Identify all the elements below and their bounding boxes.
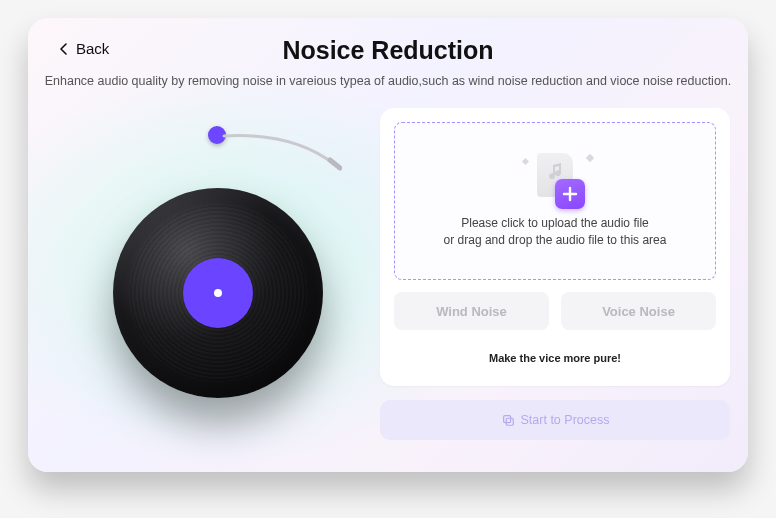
upload-dropzone[interactable]: Please click to upload the audio file or…	[394, 122, 716, 280]
wind-noise-button[interactable]: Wind Noise	[394, 292, 549, 330]
svg-rect-1	[506, 418, 513, 425]
vinyl-illustration	[98, 118, 358, 418]
dropzone-text: Please click to upload the audio file or…	[444, 215, 667, 249]
dropzone-line2: or drag and drop the audio file to this …	[444, 232, 667, 249]
start-process-button[interactable]: Start to Process	[380, 400, 730, 440]
app-window: Back Nosice Reduction Enhance audio qual…	[28, 18, 748, 472]
copy-icon	[501, 413, 515, 427]
panel-caption: Make the vice more pure!	[394, 352, 716, 364]
tonearm-icon	[208, 126, 348, 186]
svg-rect-0	[503, 416, 510, 423]
plus-icon	[555, 179, 585, 209]
page-title: Nosice Reduction	[28, 36, 748, 65]
upload-file-icon	[527, 153, 583, 205]
voice-noise-button[interactable]: Voice Noise	[561, 292, 716, 330]
dropzone-line1: Please click to upload the audio file	[444, 215, 667, 232]
vinyl-disc-icon	[113, 188, 323, 398]
process-button-label: Start to Process	[521, 413, 610, 427]
page-subtitle: Enhance audio quality by removing noise …	[28, 74, 748, 88]
upload-panel: Please click to upload the audio file or…	[380, 108, 730, 386]
